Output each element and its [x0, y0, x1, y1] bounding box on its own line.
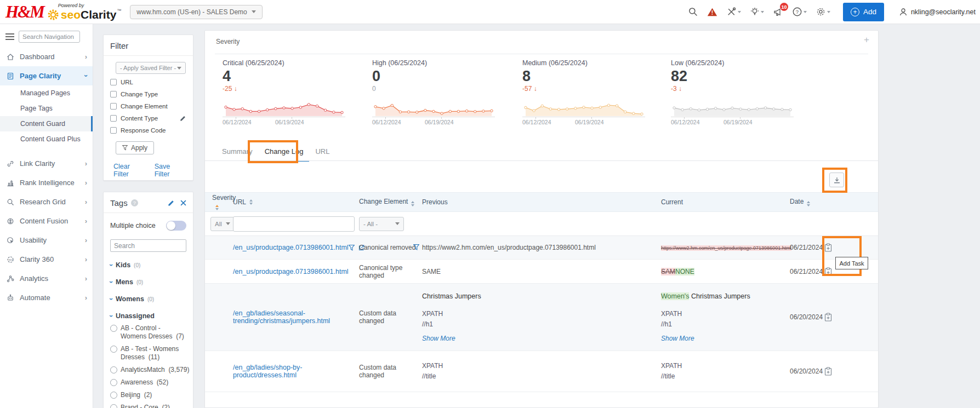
radio-button[interactable] — [110, 404, 117, 408]
sidebar-item-clarity-360[interactable]: 360 Clarity 360 › — [0, 250, 93, 269]
sidebar-item-label: Page Clarity — [20, 72, 61, 80]
apply-filter-button[interactable]: Apply — [116, 141, 154, 154]
tab-change-log[interactable]: Change Log — [259, 144, 310, 162]
sidebar-item-usability[interactable]: Usability › — [0, 231, 93, 250]
filter-funnel-icon[interactable] — [349, 245, 355, 251]
tab-url[interactable]: URL — [309, 144, 335, 162]
sidebar-item-rank-intelligence[interactable]: Rank Intelligence › — [0, 173, 93, 192]
sidebar-item-research-grid[interactable]: Research Grid › — [0, 192, 93, 211]
tag-group-mens[interactable]: › Mens (0) — [110, 278, 186, 286]
radio-button[interactable] — [110, 392, 117, 399]
save-filter-link[interactable]: Save Filter — [155, 163, 186, 178]
checkbox[interactable] — [110, 79, 117, 85]
radio-button[interactable] — [110, 379, 117, 386]
sidebar-subitem-page-tags[interactable]: Page Tags — [0, 101, 93, 116]
radio-button[interactable] — [110, 325, 117, 332]
tag-group-womens[interactable]: › Womens (0) — [110, 295, 186, 303]
checkbox[interactable] — [110, 127, 117, 134]
search-icon[interactable] — [688, 7, 698, 16]
top-bar: H&M Powered by seoClarity™ www.hm.com (U… — [0, 0, 980, 24]
sort-icon[interactable] — [411, 201, 414, 206]
sort-icon[interactable] — [249, 199, 253, 205]
sidebar-subitem-managed-pages[interactable]: Managed Pages — [0, 85, 93, 101]
add-task-icon[interactable] — [824, 313, 832, 321]
severity-card-medium: Medium (06/25/2024) 8 -57 ↓ 06/12/202406… — [522, 59, 660, 127]
checkbox[interactable] — [110, 115, 117, 122]
show-more-link[interactable]: Show More — [422, 335, 661, 342]
alert-triangle-icon[interactable]: ! — [707, 8, 717, 16]
sidebar-search-input[interactable] — [19, 31, 80, 43]
help-icon[interactable]: ? — [131, 199, 138, 206]
url-filter-input[interactable] — [233, 216, 355, 232]
sidebar-item-dashboard[interactable]: Dashboard › — [0, 47, 93, 66]
plus-circle-icon: + — [851, 8, 859, 16]
sidebar-item-page-clarity[interactable]: Page Clarity › — [0, 66, 93, 85]
severity-filter-select[interactable]: All — [210, 217, 235, 231]
add-button[interactable]: + Add — [843, 3, 884, 21]
saved-filter-value: - Apply Saved Filter - — [120, 65, 176, 71]
sort-icon[interactable] — [807, 201, 810, 206]
url-link[interactable]: /en_gb/ladies/shop-by-product/dresses.ht… — [233, 364, 359, 379]
expand-plus-icon[interactable]: + — [864, 35, 869, 45]
url-link[interactable]: /en_gb/ladies/seasonal-trending/christma… — [233, 309, 359, 325]
tag-option[interactable]: Beijing (2) — [110, 391, 186, 399]
filter-checkbox-url[interactable]: URL — [110, 76, 186, 88]
change-element-filter-select[interactable]: - All - — [359, 217, 404, 231]
filter-checkbox-change-element[interactable]: Change Element — [110, 100, 186, 112]
export-download-button[interactable] — [829, 173, 844, 187]
checkbox[interactable] — [110, 91, 117, 97]
multiple-choice-toggle[interactable] — [166, 221, 186, 231]
add-task-icon[interactable] — [824, 243, 832, 252]
column-header-severity[interactable]: Severity — [205, 194, 233, 210]
user-menu[interactable]: nkling@seoclarity.net — [899, 8, 976, 16]
column-header-url[interactable]: URL — [233, 198, 359, 206]
checkbox[interactable] — [110, 103, 117, 110]
sidebar-subitem-content-guard[interactable]: Content Guard — [0, 116, 93, 131]
edit-pencil-icon[interactable] — [180, 115, 186, 122]
saved-filter-select[interactable]: - Apply Saved Filter - — [116, 62, 186, 74]
filter-funnel-icon[interactable] — [413, 244, 419, 250]
filter-checkbox-response-code[interactable]: Response Code — [110, 124, 186, 136]
tag-option[interactable]: AB - Test - Womens Dresses (11) — [110, 345, 186, 361]
severity-card-value: 4 — [223, 68, 361, 85]
tag-group-kids[interactable]: › Kids (0) — [110, 261, 186, 269]
sidebar-item-analytics[interactable]: Analytics › — [0, 269, 93, 288]
content-guard-main: Severity + Critical (06/25/2024) 4 -25 ↓… — [204, 30, 879, 408]
sidebar-item-automate[interactable]: Automate › — [0, 288, 93, 307]
sidebar-item-link-clarity[interactable]: Link Clarity › — [0, 154, 93, 173]
lightbulb-icon[interactable] — [750, 7, 764, 16]
tab-summary[interactable]: Summary — [216, 144, 259, 162]
seoclarity-brand: Powered by seoClarity™ — [47, 3, 122, 21]
tags-search-input[interactable] — [110, 239, 186, 252]
add-task-icon[interactable] — [824, 367, 832, 376]
domain-selector[interactable]: www.hm.com (US-en) - SALES Demo — [130, 5, 262, 19]
radio-button[interactable] — [110, 346, 117, 353]
gear-icon[interactable] — [816, 7, 830, 16]
tag-group-unassigned[interactable]: › Unassigned — [110, 312, 186, 320]
close-icon[interactable] — [180, 200, 186, 206]
filter-checkbox-change-type[interactable]: Change Type — [110, 88, 186, 100]
announcements-icon[interactable]: 10 — [773, 7, 783, 16]
hamburger-menu-icon[interactable] — [5, 36, 14, 37]
url-link[interactable]: /en_us/productpage.0713986001.html — [233, 268, 349, 275]
clear-filter-link[interactable]: Clear Filter — [113, 163, 146, 178]
current-removed-value: https://www2.hm.com/en_us/productpage.07… — [661, 245, 791, 251]
tag-option[interactable]: Brand - Core (2) — [110, 404, 186, 408]
sort-icon[interactable] — [215, 205, 219, 210]
tag-count: (52) — [157, 378, 168, 386]
tag-option[interactable]: AB - Control - Womens Dresses (7) — [110, 324, 186, 341]
filter-checkbox-content-type[interactable]: Content Type — [110, 112, 186, 124]
tools-icon[interactable] — [727, 7, 741, 16]
radio-button[interactable] — [110, 366, 117, 373]
tag-option[interactable]: Awareness (52) — [110, 378, 186, 387]
sidebar-subitem-content-guard-plus[interactable]: Content Guard Plus — [0, 131, 93, 147]
add-task-icon[interactable] — [824, 267, 832, 276]
column-header-change-element[interactable]: Change Element — [359, 198, 422, 206]
sidebar-item-content-fusion[interactable]: Content Fusion › — [0, 211, 93, 231]
edit-pencil-icon[interactable] — [168, 199, 175, 206]
help-icon[interactable]: ? — [793, 7, 807, 16]
tag-option[interactable]: AnalyticsMatch (3,579) — [110, 366, 186, 374]
show-more-link[interactable]: Show More — [661, 335, 790, 342]
column-header-date[interactable]: Date — [790, 198, 824, 206]
url-link[interactable]: /en_us/productpage.0713986001.html — [233, 244, 349, 251]
